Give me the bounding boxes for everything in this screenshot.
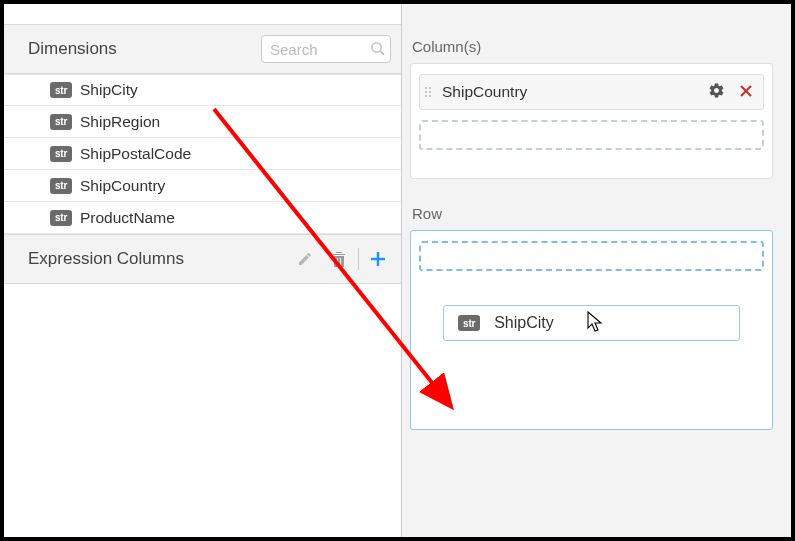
dimension-label: ShipRegion — [80, 113, 160, 131]
delete-expression-button[interactable] — [322, 245, 356, 273]
dragging-chip-shipcity[interactable]: str ShipCity — [443, 305, 740, 341]
dimension-item-shipcity[interactable]: str ShipCity — [4, 74, 401, 106]
columns-empty-slot[interactable] — [419, 120, 764, 150]
trash-icon — [331, 251, 347, 268]
row-drop-zone[interactable]: str ShipCity — [410, 230, 773, 430]
dimensions-header: Dimensions — [4, 24, 401, 74]
columns-section-title: Column(s) — [412, 38, 773, 55]
type-badge-str: str — [50, 146, 72, 162]
expression-columns-header: Expression Columns — [4, 234, 401, 284]
search-input[interactable] — [261, 35, 391, 63]
row-empty-slot[interactable] — [419, 241, 764, 271]
dimension-item-shipcountry[interactable]: str ShipCountry — [4, 170, 401, 202]
columns-drop-zone[interactable]: ShipCountry — [410, 63, 773, 179]
row-section-title: Row — [412, 205, 773, 222]
column-chip-shipcountry[interactable]: ShipCountry — [419, 74, 764, 110]
dimension-item-shipregion[interactable]: str ShipRegion — [4, 106, 401, 138]
dimension-item-shippostalcode[interactable]: str ShipPostalCode — [4, 138, 401, 170]
gear-icon — [708, 82, 725, 99]
edit-expression-button[interactable] — [288, 245, 322, 273]
drag-handle-icon[interactable] — [420, 75, 436, 109]
chip-settings-button[interactable] — [708, 82, 725, 102]
chip-label: ShipCountry — [436, 83, 708, 101]
type-badge-str: str — [50, 114, 72, 130]
add-expression-button[interactable] — [361, 245, 395, 273]
chip-actions — [708, 82, 753, 102]
dragging-chip-label: ShipCity — [494, 314, 554, 332]
plus-icon — [369, 250, 387, 268]
search-wrap — [261, 35, 391, 63]
dimension-item-productname[interactable]: str ProductName — [4, 202, 401, 234]
close-icon — [739, 84, 753, 98]
left-panel: Dimensions str ShipCity str ShipRegion s… — [4, 4, 402, 537]
type-badge-str: str — [50, 210, 72, 226]
dimensions-list: str ShipCity str ShipRegion str ShipPost… — [4, 74, 401, 234]
divider — [358, 248, 359, 270]
type-badge-str: str — [458, 315, 480, 331]
right-panel: Column(s) ShipCountry — [402, 4, 791, 537]
pencil-icon — [297, 251, 313, 267]
type-badge-str: str — [50, 82, 72, 98]
chip-remove-button[interactable] — [739, 84, 753, 101]
dimension-label: ShipPostalCode — [80, 145, 191, 163]
dimension-label: ShipCountry — [80, 177, 165, 195]
dimension-label: ProductName — [80, 209, 175, 227]
type-badge-str: str — [50, 178, 72, 194]
expression-columns-title: Expression Columns — [28, 249, 288, 269]
dimension-label: ShipCity — [80, 81, 138, 99]
right-top-spacer — [410, 4, 773, 24]
cursor-icon — [586, 310, 606, 334]
dimensions-title: Dimensions — [28, 39, 117, 59]
